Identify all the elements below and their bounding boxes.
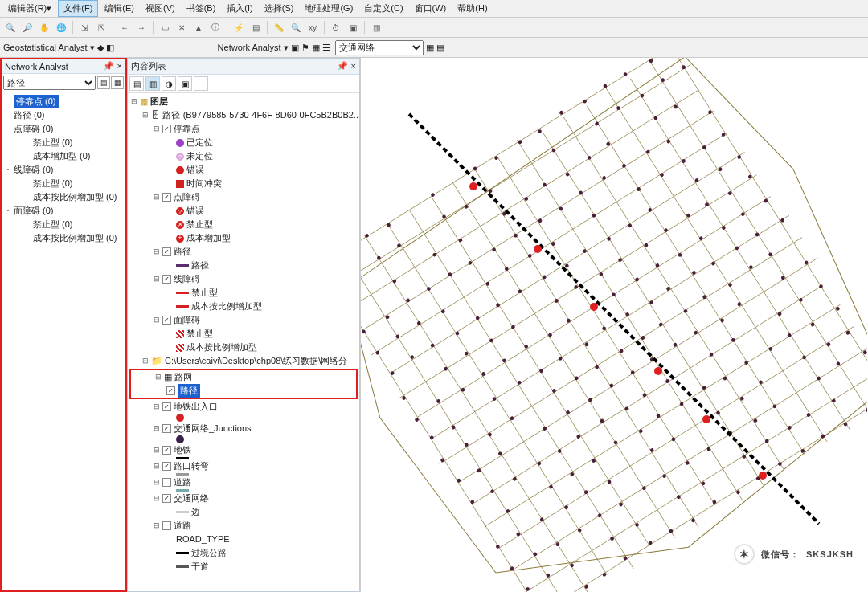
select-icon[interactable]: ▭ [158,20,172,35]
checkbox[interactable] [162,521,171,530]
list-by-draworder-icon[interactable]: ▤ [129,76,144,91]
toc-item[interactable]: ?错误 [129,204,358,218]
na-solve-icon[interactable]: ▦ [312,43,320,53]
toc-item[interactable]: ⊟交通网络 [129,492,358,505]
na-window-button[interactable]: ▣ [291,43,299,53]
checkbox[interactable] [162,247,171,256]
options-icon[interactable]: ⋯ [194,76,208,91]
toc-item[interactable]: 路径 [131,384,356,398]
list-by-visibility-icon[interactable]: ◑ [162,76,176,91]
find-icon[interactable]: 🔍 [289,20,303,35]
zoom-out-icon[interactable]: 🔎 [20,20,35,35]
checkbox[interactable] [162,316,171,325]
viewer-icon[interactable]: ▣ [346,20,360,35]
clear-select-icon[interactable]: ✕ [174,20,189,35]
toc-item[interactable]: ⊟点障碍 [129,190,358,204]
toc-item[interactable]: 过境公路 [129,546,358,560]
list-by-selection-icon[interactable]: ▣ [178,76,192,91]
zoom-in-icon[interactable]: 🔍 [3,20,18,35]
menu-geoproc[interactable]: 地理处理(G) [300,1,358,16]
checkbox[interactable] [166,386,175,395]
na-item[interactable]: -面障碍 (0) [3,204,124,218]
na-item[interactable]: -点障碍 (0) [3,122,124,136]
na-props-btn-icon[interactable]: ▦ [111,76,124,89]
menu-view[interactable]: 视图(V) [141,1,180,16]
identify-icon[interactable]: ⓘ [208,20,223,35]
toc-item[interactable]: 禁止型 [129,286,358,300]
geostat-tool-icon[interactable]: ◆ [97,43,104,53]
zoom-fixed-out-icon[interactable]: ⇱ [94,20,108,35]
na-item[interactable]: 停靠点 (0) [3,95,124,108]
menu-select[interactable]: 选择(S) [260,1,299,16]
html-popup-icon[interactable]: ▤ [248,20,263,35]
toc-item[interactable]: ⊟📁C:\Users\caiyi\Desktop\chp08\练习数据\网络分 [129,354,358,368]
checkbox[interactable] [162,125,171,133]
checkbox[interactable] [162,446,171,455]
close-icon[interactable]: × [351,61,356,71]
toc-item[interactable] [129,435,358,443]
na-items-tree[interactable]: 停靠点 (0)路径 (0)-点障碍 (0)禁止型 (0)成本增加型 (0)-线障… [2,92,125,590]
toc-item[interactable]: ⊟▦路网 [131,370,356,384]
menu-edit[interactable]: 编辑(E) [100,1,139,16]
na-item[interactable]: 成本增加型 (0) [3,149,124,163]
toc-item[interactable]: 成本按比例增加型 [129,300,358,313]
na-build-icon[interactable]: ▦ [426,43,434,53]
toc-item[interactable]: ⊟面障碍 [129,313,358,327]
pan-icon[interactable]: ✋ [37,20,51,35]
menu-bookmark[interactable]: 书签(B) [182,1,221,16]
toc-item[interactable]: 禁止型 [129,327,358,341]
pointer-icon[interactable]: ▲ [191,20,206,35]
toc-item[interactable]: ⊟道路 [129,519,358,533]
toc-tree[interactable]: ⊟▩ 图层⊟🗄路径-(B9779585-5730-4F6F-8D60-0FC5B… [128,93,359,591]
xy-icon[interactable]: xy [305,20,320,35]
toc-item[interactable]: ROAD_TYPE [129,533,358,546]
checkbox[interactable] [162,478,171,487]
na-directions-icon[interactable]: ☰ [322,43,330,53]
na-item[interactable]: 成本按比例增加型 (0) [3,190,124,204]
toc-item[interactable]: ⊟🗄路径-(B9779585-5730-4F6F-8D60-0FC5B2B0B2… [129,108,358,122]
toc-item[interactable]: ⊟交通网络_Junctions [129,422,358,435]
menu-custom[interactable]: 自定义(C) [359,1,407,16]
map-view[interactable]: ✶ 微信号： SKSJKSH [360,58,868,592]
menu-file[interactable]: 文件(F) [58,0,98,17]
toc-item[interactable]: 已定位 [129,136,358,149]
pin-icon[interactable]: 📌 [337,61,348,71]
toc-item[interactable]: ⊟路口转弯 [129,459,358,473]
toc-item[interactable]: ✕禁止型 [129,218,358,231]
toc-item[interactable]: ⊟路径 [129,245,358,259]
pin-icon[interactable]: 📌 [103,61,114,71]
na-item[interactable]: 禁止型 (0) [3,136,124,149]
menu-help[interactable]: 帮助(H) [452,1,492,16]
toc-item[interactable]: 路径 [129,259,358,272]
geostat-label[interactable]: Geostatistical Analyst ▾ [3,43,95,53]
toc-item[interactable]: 时间冲突 [129,177,358,190]
toc-item[interactable]: ?未定位 [129,149,358,163]
na-props-icon[interactable]: ▤ [436,43,444,53]
checkbox[interactable] [162,424,171,433]
toc-item[interactable]: ⊟地铁出入口 [129,400,358,414]
list-by-source-icon[interactable]: ▥ [145,76,160,91]
toc-root[interactable]: ⊟▩ 图层 [129,95,358,108]
na-list-icon[interactable]: ▤ [97,76,110,89]
checkbox[interactable] [162,494,171,503]
toc-item[interactable]: ⊟道路 [129,476,358,489]
menu-insert[interactable]: 插入(I) [222,1,257,16]
menu-window[interactable]: 窗口(W) [410,1,452,16]
checkbox[interactable] [162,462,171,471]
na-label[interactable]: Network Analyst ▾ [218,43,289,53]
geostat-hist-icon[interactable]: ◧ [106,43,114,53]
zoom-fixed-in-icon[interactable]: ⇲ [77,20,92,35]
toc-item[interactable] [129,414,358,422]
na-layer-combo[interactable]: 路径 [3,76,96,90]
na-flag-icon[interactable]: ⚑ [301,43,309,53]
forward-icon[interactable]: → [134,20,149,35]
full-extent-icon[interactable]: 🌐 [54,20,68,35]
na-item[interactable]: 禁止型 (0) [3,177,124,190]
measure-icon[interactable]: 📏 [272,20,286,35]
na-item[interactable]: 成本按比例增加型 (0) [3,231,124,245]
na-item[interactable]: -线障碍 (0) [3,163,124,177]
toc-item[interactable]: +成本增加型 [129,231,358,245]
na-network-combo[interactable]: 交通网络 [335,40,424,55]
back-icon[interactable]: ← [117,20,132,35]
toc-item[interactable]: ⊟地铁 [129,443,358,457]
